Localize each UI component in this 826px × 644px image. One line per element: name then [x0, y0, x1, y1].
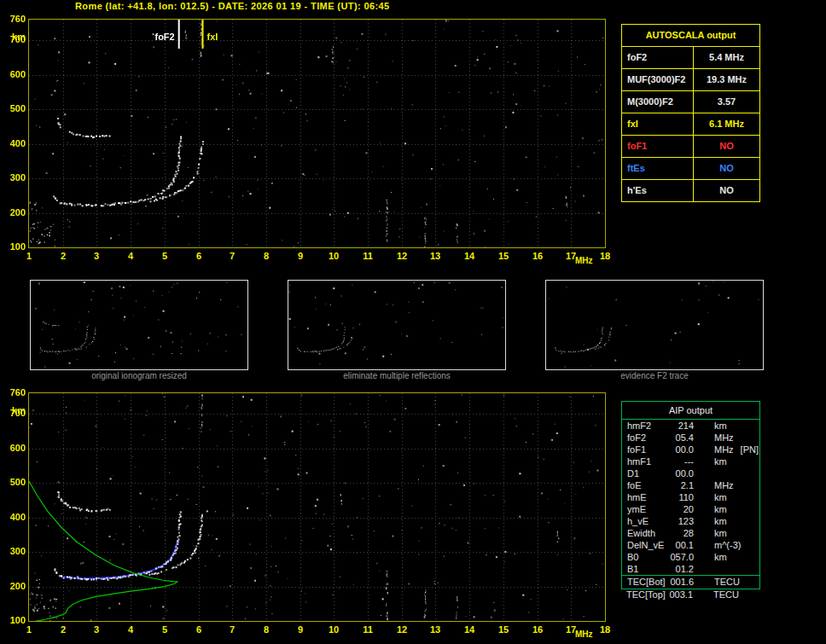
x-tick-9: 9 — [292, 624, 309, 635]
autoscala-value: 19.3 MHz — [694, 69, 759, 90]
ionogram-top-plot: foF2 fxI — [28, 19, 606, 248]
aip-unit: TECU — [713, 589, 739, 600]
x-tick-8: 8 — [258, 624, 275, 635]
aip-row-tec-bot: TEC[Bot] 001.6 TECU — [622, 575, 759, 589]
x-tick-10: 10 — [325, 624, 342, 635]
aip-extra: [PN] — [741, 444, 759, 455]
aip-value: 00.0 — [670, 444, 694, 455]
aip-unit: m^(-3) — [714, 539, 741, 551]
aip-value: 01.2 — [670, 563, 694, 575]
y-axis-unit: km — [3, 32, 26, 42]
autoscala-table-header: AUTOSCALA output — [622, 25, 759, 46]
autoscala-row-fof1: foF1NO — [622, 135, 759, 157]
x-tick-14: 14 — [461, 251, 478, 261]
aip-value: 05.4 — [670, 432, 694, 444]
autoscala-param: fxI — [622, 113, 694, 135]
y-tick-300: 300 — [3, 172, 26, 183]
autoscala-table-rows: foF25.4 MHzMUF(3000)F219.3 MHzM(3000)F23… — [622, 46, 759, 201]
aip-value: 00.1 — [670, 539, 694, 551]
x-tick-18: 18 — [596, 251, 614, 261]
aip-row-yme: ymE20km — [622, 503, 759, 515]
thumbnail-caption-eliminate: eliminate multiple reflections — [288, 371, 506, 380]
autoscala-row-m3000f2: M(3000)F23.57 — [622, 90, 759, 113]
x-tick-4: 4 — [122, 624, 139, 635]
aip-row-tec-top: TEC[Top] 003.1 TECU — [621, 589, 760, 600]
autoscala-value: NO — [694, 180, 759, 201]
y-tick-760: 760 — [3, 14, 26, 24]
y-axis-unit: km — [3, 405, 26, 415]
aip-table-rows: hmF2214kmfoF205.4MHzfoF100.0MHz[PN]hmF1-… — [622, 420, 759, 575]
x-tick-1: 1 — [20, 251, 38, 261]
aip-unit: km — [714, 551, 727, 563]
y-tick-200: 200 — [3, 207, 26, 218]
y-tick-300: 300 — [3, 546, 26, 556]
aip-param: B1 — [622, 563, 670, 575]
x-axis-unit: MHz — [575, 256, 593, 265]
thumbnail-eliminate-canvas — [288, 281, 503, 368]
autoscala-param: h'Es — [622, 180, 694, 201]
autoscala-param: foF1 — [622, 136, 694, 157]
aip-param: TEC[Top] — [621, 589, 669, 600]
aip-row-hme: hmE110km — [622, 491, 759, 503]
autoscala-row-ftes: ftEsNO — [622, 157, 759, 179]
autoscala-value: NO — [694, 158, 759, 179]
thumbnail-evidence-canvas — [546, 281, 761, 368]
aip-row-foe: foE2.1MHz — [622, 479, 759, 491]
x-tick-11: 11 — [359, 251, 376, 261]
autoscala-param: MUF(3000)F2 — [622, 69, 694, 90]
aip-param: hmE — [622, 491, 670, 503]
x-tick-1: 1 — [20, 624, 38, 635]
aip-param: ymE — [622, 503, 670, 515]
autoscala-value: NO — [694, 136, 759, 157]
autoscala-value: 3.57 — [694, 91, 759, 113]
x-tick-13: 13 — [427, 251, 444, 261]
aip-param: foF2 — [622, 432, 670, 444]
aip-unit: km — [714, 515, 727, 527]
aip-param: D1 — [622, 467, 670, 479]
aip-param: h_vE — [622, 515, 670, 527]
aip-param: hmF1 — [622, 455, 670, 467]
aip-row-hmf1: hmF1---km — [622, 455, 759, 467]
ionogram-bottom-plot — [28, 392, 606, 622]
x-tick-12: 12 — [393, 251, 410, 261]
aip-unit: TECU — [714, 576, 740, 589]
aip-value: 003.1 — [669, 589, 693, 600]
aip-row-hmf2: hmF2214km — [622, 420, 759, 432]
x-tick-16: 16 — [529, 624, 546, 635]
autoscala-row-fxi: fxI6.1 MHz — [622, 113, 759, 135]
aip-param: foE — [622, 479, 670, 491]
autoscala-row-hes: h'EsNO — [622, 179, 759, 201]
thumbnail-evidence-f2 — [545, 280, 764, 370]
x-tick-14: 14 — [461, 624, 478, 635]
x-tick-12: 12 — [393, 624, 410, 635]
aip-row-d1: D100.0 — [622, 467, 759, 479]
aip-unit: km — [714, 491, 727, 503]
ionogram-bottom-canvas — [29, 393, 605, 621]
aip-value: 214 — [670, 420, 694, 432]
autoscala-window: Rome (lat: +41.8, lon: 012.5) - DATE: 20… — [0, 0, 826, 644]
ionogram-top-canvas — [29, 20, 605, 247]
aip-value: 001.6 — [670, 576, 694, 589]
aip-row-fof1: foF100.0MHz[PN] — [622, 444, 759, 455]
x-tick-9: 9 — [292, 251, 309, 261]
x-tick-7: 7 — [224, 251, 241, 261]
aip-output-table: AIP output hmF2214kmfoF205.4MHzfoF100.0M… — [621, 401, 760, 589]
foF2-marker-label: foF2 — [149, 32, 175, 42]
aip-value: 00.0 — [670, 467, 694, 479]
x-tick-5: 5 — [156, 624, 173, 635]
aip-value: 057.0 — [670, 551, 694, 563]
aip-param: DelN_vE — [622, 539, 670, 551]
y-tick-500: 500 — [3, 477, 26, 487]
aip-row-b0: B0057.0km — [622, 551, 759, 563]
aip-unit: MHz — [714, 479, 734, 491]
aip-param: hmF2 — [622, 420, 670, 432]
y-tick-600: 600 — [3, 443, 26, 453]
x-tick-3: 3 — [88, 251, 105, 261]
aip-value: 2.1 — [670, 479, 694, 491]
aip-row-hve: h_vE123km — [622, 515, 759, 527]
aip-param: B0 — [622, 551, 670, 563]
station-title: Rome (lat: +41.8, lon: 012.5) - DATE: 20… — [75, 1, 390, 11]
autoscala-value: 6.1 MHz — [694, 113, 759, 135]
aip-table-header: AIP output — [622, 402, 759, 420]
aip-row-ewidth: Ewidth28km — [622, 527, 759, 539]
